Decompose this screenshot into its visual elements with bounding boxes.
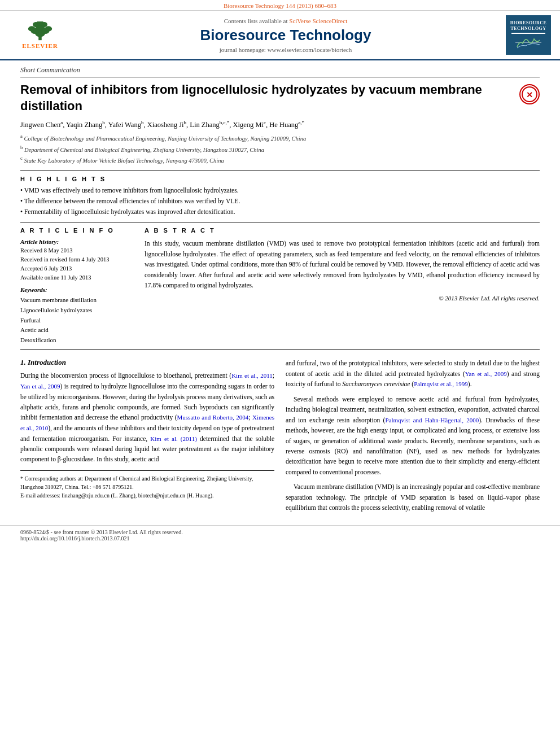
copyright-line: © 2013 Elsevier Ltd. All rights reserved…	[145, 295, 540, 302]
bottom-bar: 0960-8524/$ - see front matter © 2013 El…	[0, 525, 560, 545]
doi-line: http://dx.doi.org/10.1016/j.biortech.201…	[20, 535, 540, 541]
journal-header: ELSEVIER Contents lists available at Sci…	[0, 11, 560, 60]
received-date: Received 8 May 2013	[20, 246, 133, 255]
journal-title: Bioresource Technology	[71, 27, 500, 44]
highlights-title: H I G H L I G H T S	[20, 176, 540, 182]
elsevier-brand-text: ELSEVIER	[22, 42, 58, 49]
info-abstract-area: A R T I C L E I N F O Article history: R…	[20, 227, 540, 345]
intro-para-1: During the bioconversion process of lign…	[20, 370, 274, 465]
svg-point-4	[28, 26, 36, 31]
ref-mussatto2004: Mussatto and Roberto, 2004	[177, 414, 249, 421]
intro-heading: 1. Introduction	[20, 358, 274, 367]
logo-line2: TECHNOLOGY	[510, 26, 546, 32]
divider-3	[20, 350, 540, 350]
body-right-text: and furfural, two of the prototypical in…	[286, 358, 540, 513]
authors-line: Jingwen Chena, Yaqin Zhangb, Yafei Wangb…	[20, 120, 540, 129]
ref-kim2011b: Kim et al. (2011)	[150, 435, 196, 442]
keyword-3: Furfural	[20, 316, 133, 326]
highlight-item-3: Fermentability of lignocellulosic hydrol…	[20, 207, 540, 216]
keyword-5: Detoxification	[20, 335, 133, 346]
article-type: Short Communication	[20, 66, 540, 77]
history-label: Article history:	[20, 238, 133, 245]
crossmark-icon: ✕	[519, 84, 540, 104]
footnote-email: E-mail addresses: linzhang@zju.edu.cn (L…	[20, 491, 274, 500]
abstract-col: A B S T R A C T In this study, vacuum me…	[145, 227, 540, 345]
highlight-item-1: VMD was effectively used to remove inhib…	[20, 186, 540, 195]
crossmark-area: ✕	[519, 84, 540, 104]
highlight-item-2: The difference between the removal effic…	[20, 196, 540, 206]
journal-title-area: Contents lists available at SciVerse Sci…	[71, 18, 500, 53]
body-right-col: and furfural, two of the prototypical in…	[286, 358, 540, 517]
affiliations-area: a College of Biotechnology and Pharmaceu…	[20, 133, 540, 165]
journal-reference: Bioresource Technology 144 (2013) 680–68…	[224, 2, 336, 9]
abstract-title: A B S T R A C T	[145, 227, 540, 234]
highlights-section: H I G H L I G H T S VMD was effectively …	[20, 176, 540, 216]
sciverse-link: Contents lists available at SciVerse Sci…	[71, 18, 500, 24]
sciverse-name: SciVerse ScienceDirect	[289, 18, 347, 24]
issn-line: 0960-8524/$ - see front matter © 2013 El…	[20, 529, 540, 535]
article-info-col: A R T I C L E I N F O Article history: R…	[20, 227, 133, 345]
ref-palmqvist2000: Palmqvist and Hahn-Hägertal, 2000	[385, 417, 479, 423]
ref-kim2011: Kim et al., 2011	[231, 372, 273, 379]
journal-logo-box: BIORESOURCE TECHNOLOGY	[506, 15, 551, 55]
divider-2	[20, 222, 540, 222]
right-para-2: Several methods were employed to remove …	[286, 394, 540, 477]
logo-line1: BIORESOURCE	[510, 20, 547, 26]
journal-homepage: journal homepage: www.elsevier.com/locat…	[71, 46, 500, 53]
accepted-date: Accepted 6 July 2013	[20, 264, 133, 273]
online-date: Available online 11 July 2013	[20, 273, 133, 282]
article-title: Removal of inhibitors from lignocellulos…	[20, 82, 540, 114]
abstract-text: In this study, vacuum membrane distillat…	[145, 238, 540, 290]
ref-palmqvist1999: Palmqvist et al., 1999	[414, 381, 468, 387]
svg-text:✕: ✕	[526, 90, 533, 99]
journal-logo-right: BIORESOURCE TECHNOLOGY	[500, 15, 551, 55]
footnote-area: * Corresponding authors at: Department o…	[20, 470, 274, 500]
journal-reference-bar: Bioresource Technology 144 (2013) 680–68…	[0, 0, 560, 11]
divider-1	[20, 171, 540, 171]
footnote-corresponding: * Corresponding authors at: Department o…	[20, 474, 274, 491]
ref-yan2009b: Yan et al., 2009	[465, 370, 507, 377]
elsevier-logo: ELSEVIER	[15, 20, 65, 51]
body-left-col: 1. Introduction During the bioconversion…	[20, 358, 274, 517]
revised-date: Received in revised form 4 July 2013	[20, 255, 133, 264]
affiliation-b: b Department of Chemical and Biological …	[20, 144, 540, 154]
article-history-group: Article history: Received 8 May 2013 Rec…	[20, 238, 133, 282]
intro-body-text: During the bioconversion process of lign…	[20, 370, 274, 465]
elsevier-logo-area: ELSEVIER	[9, 20, 71, 51]
keyword-2: Lignocellulosic hydrolyzates	[20, 305, 133, 316]
keywords-label: Keywords:	[20, 286, 133, 293]
article-title-area: ✕ Removal of inhibitors from lignocellul…	[20, 82, 540, 114]
affiliation-a: a College of Biotechnology and Pharmaceu…	[20, 133, 540, 143]
article-info-title: A R T I C L E I N F O	[20, 227, 133, 234]
keyword-4: Acetic acid	[20, 325, 133, 335]
body-section: 1. Introduction During the bioconversion…	[20, 358, 540, 517]
keywords-section: Keywords: Vacuum membrane distillation L…	[20, 286, 133, 345]
elsevier-tree-icon	[23, 21, 57, 41]
right-para-3: Vacuum membrane distillation (VMD) is an…	[286, 482, 540, 513]
keyword-1: Vacuum membrane distillation	[20, 295, 133, 305]
logo-graphic	[514, 36, 542, 50]
ref-yan2009: Yan et al., 2009	[20, 383, 60, 390]
affiliation-c: c State Key Laboratory of Motor Vehicle …	[20, 155, 540, 165]
crossmark-svg: ✕	[521, 86, 538, 103]
main-content: Short Communication ✕ Removal of inhibit…	[0, 60, 560, 517]
svg-point-5	[45, 26, 52, 31]
right-para-1: and furfural, two of the prototypical in…	[286, 358, 540, 390]
